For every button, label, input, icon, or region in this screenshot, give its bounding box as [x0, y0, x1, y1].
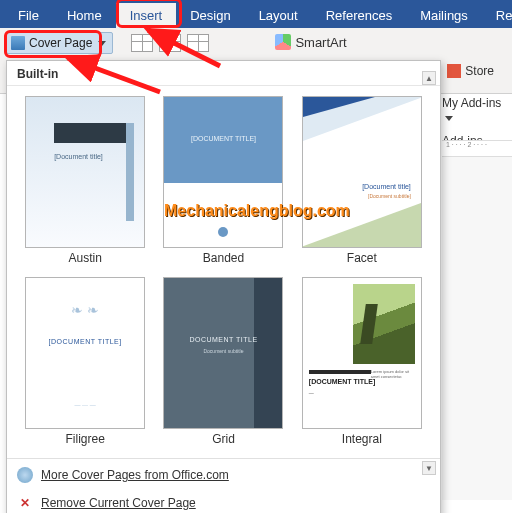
thumb-text: [DOCUMENT TITLE]: [164, 135, 282, 142]
tab-references[interactable]: References: [312, 3, 406, 28]
cover-page-gallery: Built-in [Document title] Austin [DOCUME…: [6, 60, 441, 513]
thumb-smalltext: Lorem ipsum dolor sit amet consectetur.: [371, 370, 415, 380]
thumb-text: [Document title]: [54, 153, 103, 161]
table-icon[interactable]: [131, 34, 153, 52]
my-addins-label: My Add-ins: [442, 96, 501, 110]
thumb-subtext: [Document subtitle]: [368, 193, 411, 199]
cover-page-icon: [11, 36, 25, 50]
thumb-label: Austin: [68, 251, 101, 265]
gallery-grid: [Document title] Austin [DOCUMENT TITLE]…: [7, 86, 440, 456]
smartart-button[interactable]: SmartArt: [275, 34, 346, 50]
photo-icon: [353, 284, 415, 364]
thumb-grid: DOCUMENT TITLE Document subtitle: [163, 277, 283, 429]
store-icon: [447, 64, 461, 78]
scroll-down-icon[interactable]: ▼: [422, 461, 436, 475]
tab-design[interactable]: Design: [176, 3, 244, 28]
store-label: Store: [465, 64, 494, 78]
cover-page-label: Cover Page: [29, 36, 92, 50]
remove-cover-label: Remove Current Cover Page: [41, 496, 196, 510]
thumb-austin: [Document title]: [25, 96, 145, 248]
thumb-label: Grid: [212, 432, 235, 446]
gallery-item-filigree[interactable]: ❧ ❧ [DOCUMENT TITLE] — ⋯ — Filigree: [19, 277, 151, 452]
gallery-item-austin[interactable]: [Document title] Austin: [19, 96, 151, 271]
tab-review[interactable]: Review: [482, 3, 512, 28]
ornament-icon: ❧ ❧: [71, 302, 99, 318]
thumb-label: Filigree: [65, 432, 104, 446]
smartart-label: SmartArt: [295, 35, 346, 50]
gallery-scrollbar[interactable]: ▲ ▼: [422, 71, 436, 475]
gallery-section-label: Built-in: [7, 61, 440, 86]
chevron-down-icon: [445, 116, 453, 121]
table-icon-3[interactable]: [187, 34, 209, 52]
gallery-item-grid[interactable]: DOCUMENT TITLE Document subtitle Grid: [157, 277, 289, 452]
thumb-subtext: —: [309, 390, 314, 396]
ruler: 1 · · · · 2 · · · ·: [442, 141, 512, 157]
tab-insert[interactable]: Insert: [116, 3, 177, 28]
thumb-label: Integral: [342, 432, 382, 446]
store-button[interactable]: Store: [447, 64, 494, 78]
tab-mailings[interactable]: Mailings: [406, 3, 482, 28]
smartart-icon: [275, 34, 291, 50]
thumb-label: Facet: [347, 251, 377, 265]
thumb-text: [DOCUMENT TITLE]: [309, 378, 376, 385]
remove-cover-item[interactable]: ✕ Remove Current Cover Page: [7, 489, 440, 513]
cover-page-button[interactable]: Cover Page: [6, 32, 113, 54]
thumb-label: Banded: [203, 251, 244, 265]
thumb-text: [DOCUMENT TITLE]: [26, 338, 144, 345]
thumb-banded: [DOCUMENT TITLE]: [163, 96, 283, 248]
table-icon-2[interactable]: [159, 34, 181, 52]
table-icons-group: [131, 34, 209, 52]
thumb-facet: [Document title] [Document subtitle]: [302, 96, 422, 248]
ribbon-tabs: File Home Insert Design Layout Reference…: [0, 0, 512, 28]
chevron-down-icon: [98, 41, 106, 46]
thumb-subtext: Document subtitle: [164, 348, 282, 354]
gallery-item-banded[interactable]: [DOCUMENT TITLE] Banded: [157, 96, 289, 271]
more-cover-label: More Cover Pages from Office.com: [41, 468, 229, 482]
more-cover-pages-item[interactable]: More Cover Pages from Office.com: [7, 461, 440, 489]
my-addins-button[interactable]: My Add-ins: [442, 94, 512, 126]
scroll-up-icon[interactable]: ▲: [422, 71, 436, 85]
document-area: 1 · · · · 2 · · · ·: [442, 140, 512, 500]
thumb-text: [Document title]: [362, 183, 411, 190]
tab-home[interactable]: Home: [53, 3, 116, 28]
tab-file[interactable]: File: [4, 3, 53, 28]
globe-icon: [17, 467, 33, 483]
thumb-integral: [DOCUMENT TITLE] — Lorem ipsum dolor sit…: [302, 277, 422, 429]
gallery-item-integral[interactable]: [DOCUMENT TITLE] — Lorem ipsum dolor sit…: [296, 277, 428, 452]
gallery-item-facet[interactable]: [Document title] [Document subtitle] Fac…: [296, 96, 428, 271]
close-icon: ✕: [17, 495, 33, 511]
tab-layout[interactable]: Layout: [245, 3, 312, 28]
thumb-text: DOCUMENT TITLE: [164, 336, 282, 343]
thumb-filigree: ❧ ❧ [DOCUMENT TITLE] — ⋯ —: [25, 277, 145, 429]
